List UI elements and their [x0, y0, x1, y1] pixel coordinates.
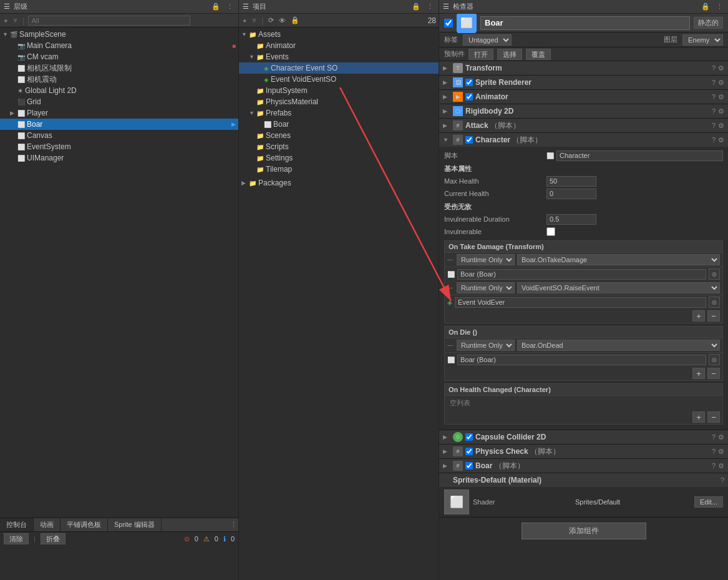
collapse-btn[interactable]: 折叠	[41, 533, 66, 544]
take-damage-func-2[interactable]: VoidEventSO.RaiseEvent	[517, 282, 720, 293]
die-mode-1[interactable]: Runtime Only	[457, 340, 515, 351]
project-item-scenes[interactable]: 📁 Scenes	[239, 130, 439, 141]
transform-help[interactable]: ?	[712, 64, 716, 72]
take-damage-func-1[interactable]: Boar.OnTakeDamage	[517, 254, 720, 265]
invulnerable-checkbox[interactable]	[546, 227, 555, 236]
character-settings[interactable]: ⚙	[718, 136, 724, 144]
add-component-btn[interactable]: 添加组件	[522, 523, 646, 539]
project-item-tilemap[interactable]: 📁 Tilemap	[239, 164, 439, 175]
project-item-scripts[interactable]: 📁 Scripts	[239, 141, 439, 152]
project-refresh-btn[interactable]: ⟳	[267, 16, 275, 24]
physics-check-active-checkbox[interactable]	[465, 448, 473, 455]
sprite-active-checkbox[interactable]	[465, 79, 473, 86]
hierarchy-more-btn[interactable]: ⋮	[225, 2, 235, 11]
project-more-btn[interactable]: ⋮	[425, 2, 435, 11]
die-func-1[interactable]: Boar.OnDead	[517, 340, 720, 351]
prefab-open-btn[interactable]: 打开	[468, 49, 493, 60]
character-active-checkbox[interactable]	[465, 136, 473, 144]
take-damage-obj-field-2[interactable]	[455, 297, 706, 308]
project-add-btn[interactable]: +	[241, 17, 248, 24]
attack-help[interactable]: ?	[712, 122, 716, 129]
project-item-physicsmaterial[interactable]: 📁 PhysicsMaterial	[239, 96, 439, 107]
animator-help[interactable]: ?	[712, 93, 716, 101]
physics-check-settings[interactable]: ⚙	[718, 448, 724, 456]
take-damage-obj-pick-2[interactable]: ◎	[709, 297, 720, 308]
hierarchy-add-btn[interactable]: +	[2, 17, 9, 24]
hierarchy-item-camera-limit[interactable]: ⬜ 相机区域限制	[0, 62, 238, 74]
rigidbody-help[interactable]: ?	[712, 107, 716, 115]
hierarchy-item-maincamera[interactable]: 📷 Main Camera ■	[0, 40, 238, 51]
tab-animation[interactable]: 动画	[34, 518, 61, 531]
prefab-override-btn[interactable]: 覆盖	[526, 49, 551, 60]
take-damage-obj-pick-1[interactable]: ◎	[709, 268, 720, 280]
sprite-help[interactable]: ?	[712, 79, 716, 86]
animator-header[interactable]: ▶ ▶ Animator ? ⚙	[439, 90, 728, 104]
project-item-boar-prefab[interactable]: ⬜ Boar	[239, 119, 439, 130]
tab-console[interactable]: 控制台	[0, 518, 34, 531]
project-item-settings[interactable]: 📁 Settings	[239, 152, 439, 164]
hierarchy-search[interactable]	[28, 16, 190, 26]
clear-btn[interactable]: 清除	[4, 533, 29, 544]
project-item-packages[interactable]: ▶ 📁 Packages	[239, 177, 439, 189]
material-header[interactable]: Sprites-Default (Material) ?	[439, 473, 728, 487]
bottom-more-btn[interactable]: ⋮	[229, 521, 238, 529]
boar-script-header[interactable]: ▶ # Boar （脚本） ? ⚙	[439, 459, 728, 473]
die-remove-btn[interactable]: −	[707, 368, 720, 379]
take-damage-obj-field-1[interactable]	[457, 269, 706, 280]
rigidbody-header[interactable]: ▶ ⬡ Rigidbody 2D ? ⚙	[439, 104, 728, 118]
take-damage-mode-1[interactable]: Runtime Only	[457, 254, 515, 265]
take-damage-mode-2[interactable]: Runtime Only	[457, 282, 515, 293]
hierarchy-item-camera-shake[interactable]: ⬜ 相机震动	[0, 74, 238, 85]
sprite-renderer-header[interactable]: ▶ 🖼 Sprite Renderer ? ⚙	[439, 76, 728, 89]
project-item-inputsystem[interactable]: 📁 InputSystem	[239, 85, 439, 96]
hierarchy-item-eventsystem[interactable]: ⬜ EventSystem	[0, 141, 238, 152]
max-health-input[interactable]	[546, 176, 596, 187]
physics-check-help[interactable]: ?	[712, 448, 716, 455]
material-edit-btn[interactable]: Edit...	[694, 496, 723, 508]
transform-settings[interactable]: ⚙	[718, 64, 724, 72]
project-item-character-event-so[interactable]: ◈ Character Event SO	[239, 62, 439, 74]
inspector-more-btn[interactable]: ⋮	[715, 2, 724, 11]
die-obj-pick-1[interactable]: ◎	[709, 354, 720, 365]
hierarchy-item-boar[interactable]: ⬜ Boar ▶	[0, 119, 238, 130]
hierarchy-item-samplescene[interactable]: ▼ 🎬 SampleScene	[0, 29, 238, 40]
die-obj-field-1[interactable]	[457, 355, 706, 365]
physics-check-header[interactable]: ▶ # Physics Check （脚本） ? ⚙	[439, 445, 728, 458]
object-active-checkbox[interactable]	[444, 19, 453, 27]
prefab-select-btn[interactable]: 选择	[497, 49, 522, 60]
boar-script-active-checkbox[interactable]	[465, 462, 473, 469]
hierarchy-item-global-light[interactable]: ☀ Global Light 2D	[0, 85, 238, 96]
current-health-input[interactable]	[546, 189, 596, 199]
hierarchy-item-uimanager[interactable]: ⬜ UIManager	[0, 152, 238, 164]
project-item-events[interactable]: ▼ 📁 Events	[239, 51, 439, 62]
hierarchy-item-grid[interactable]: ⬛ Grid	[0, 96, 238, 107]
rigidbody-settings[interactable]: ⚙	[718, 107, 724, 116]
sprite-settings[interactable]: ⚙	[718, 79, 724, 87]
project-item-void-event-so[interactable]: ◈ Event VoidEventSO	[239, 74, 439, 85]
health-changed-add-btn[interactable]: +	[692, 411, 705, 423]
take-damage-remove-btn[interactable]: −	[707, 310, 720, 322]
tab-tile-palette[interactable]: 平铺调色板	[61, 518, 108, 531]
capsule-settings[interactable]: ⚙	[718, 433, 724, 441]
hierarchy-item-canvas[interactable]: ⬜ Canvas	[0, 130, 238, 141]
inspector-lock-btn[interactable]: 🔒	[700, 2, 711, 11]
boar-script-help[interactable]: ?	[712, 462, 716, 469]
tab-sprite-editor[interactable]: Sprite 编辑器	[108, 518, 162, 531]
attack-settings[interactable]: ⚙	[718, 122, 724, 130]
project-item-animator[interactable]: 📁 Animator	[239, 40, 439, 51]
material-help[interactable]: ?	[721, 476, 724, 484]
transform-header[interactable]: ▶ T Transform ? ⚙	[439, 61, 728, 75]
character-header[interactable]: ▼ # Character （脚本） ? ⚙	[439, 133, 728, 147]
project-item-prefabs[interactable]: ▼ 📁 Prefabs	[239, 107, 439, 119]
animator-active-checkbox[interactable]	[465, 93, 473, 101]
hierarchy-lock-btn[interactable]: 🔒	[210, 2, 221, 11]
project-lock2-btn[interactable]: 🔒	[289, 16, 301, 24]
capsule-header[interactable]: ▶ 0 Capsule Collider 2D ? ⚙	[439, 430, 728, 444]
attack-header[interactable]: ▶ # Attack （脚本） ? ⚙	[439, 119, 728, 132]
tag-select[interactable]: Untagged	[463, 34, 512, 46]
boar-script-settings[interactable]: ⚙	[718, 462, 724, 470]
take-damage-add-btn[interactable]: +	[692, 310, 705, 322]
project-eye-btn[interactable]: 👁	[278, 17, 287, 24]
object-name-input[interactable]	[480, 16, 690, 30]
animator-settings[interactable]: ⚙	[718, 93, 724, 101]
